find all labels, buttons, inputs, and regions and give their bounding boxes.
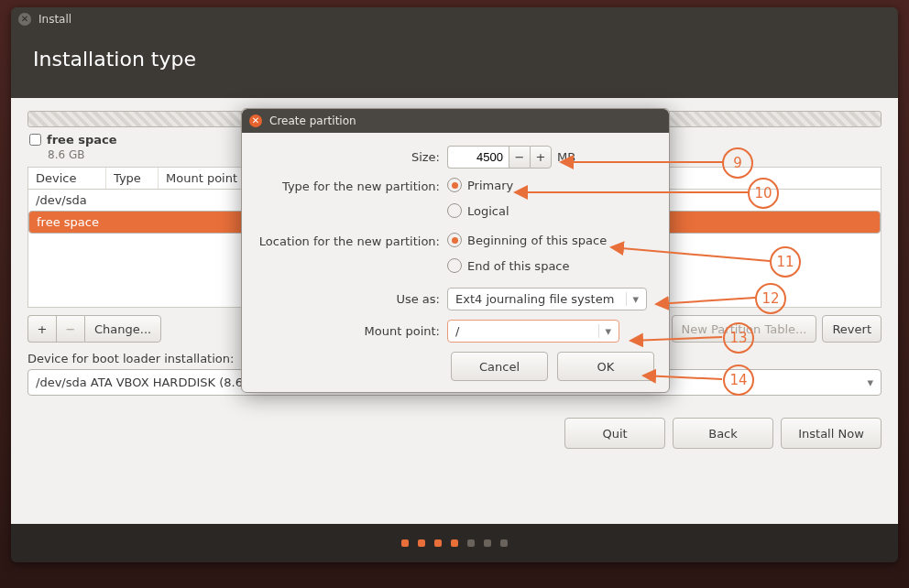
- install-now-button[interactable]: Install Now: [781, 418, 882, 449]
- size-decrement-button[interactable]: −: [509, 146, 530, 169]
- outer-titlebar: ✕ Install: [11, 7, 898, 31]
- partition-type-label: Type for the new partition:: [257, 178, 447, 193]
- free-space-checkbox[interactable]: [29, 134, 41, 146]
- remove-partition-button[interactable]: −: [56, 315, 84, 343]
- size-unit: MB: [557, 150, 575, 164]
- change-partition-button[interactable]: Change...: [84, 315, 161, 343]
- slide-dot[interactable]: [500, 539, 508, 547]
- page-title: Installation type: [33, 48, 196, 71]
- radio-location-begin[interactable]: Beginning of this space: [447, 233, 607, 247]
- close-icon[interactable]: ✕: [249, 114, 262, 127]
- slide-indicator: [11, 524, 898, 562]
- slide-dot[interactable]: [418, 539, 425, 547]
- cancel-button[interactable]: Cancel: [451, 352, 548, 381]
- close-icon[interactable]: ✕: [18, 13, 31, 26]
- chevron-down-icon: ▾: [867, 376, 873, 389]
- size-increment-button[interactable]: +: [530, 146, 552, 169]
- free-space-size: 8.6 GB: [48, 148, 84, 161]
- dialog-title: Create partition: [269, 114, 356, 127]
- size-input[interactable]: [447, 146, 509, 169]
- mount-point-label: Mount point:: [257, 324, 447, 338]
- radio-primary-label: Primary: [467, 179, 513, 192]
- radio-primary[interactable]: Primary: [447, 178, 513, 192]
- radio-icon: [447, 233, 462, 247]
- radio-end-label: End of this space: [467, 259, 570, 273]
- add-partition-button[interactable]: +: [27, 315, 56, 343]
- chevron-down-icon: ▾: [598, 324, 611, 338]
- slide-dot[interactable]: [467, 539, 475, 547]
- free-space-label: free space: [47, 133, 117, 147]
- size-label: Size:: [257, 150, 447, 164]
- radio-icon: [447, 258, 462, 273]
- use-as-value: Ext4 journaling file system: [455, 292, 614, 306]
- radio-begin-label: Beginning of this space: [467, 234, 607, 247]
- slide-dot[interactable]: [484, 539, 491, 547]
- new-partition-table-button[interactable]: New Partition Table...: [672, 315, 817, 343]
- radio-icon: [447, 203, 462, 218]
- slide-dot[interactable]: [401, 539, 409, 547]
- revert-button[interactable]: Revert: [822, 315, 882, 343]
- back-button[interactable]: Back: [673, 418, 773, 449]
- mount-point-value: /: [455, 324, 459, 338]
- dialog-titlebar: ✕ Create partition: [242, 109, 669, 133]
- size-spinbox: − +: [447, 146, 552, 169]
- page-header: Installation type: [11, 31, 898, 98]
- partition-location-label: Location for the new partition:: [257, 233, 447, 248]
- use-as-label: Use as:: [257, 292, 447, 306]
- radio-logical[interactable]: Logical: [447, 203, 509, 218]
- bootloader-value: /dev/sda ATA VBOX HARDDISK (8.6 GB): [36, 376, 268, 389]
- col-type[interactable]: Type: [106, 168, 159, 189]
- window-title: Install: [38, 13, 71, 26]
- slide-dot[interactable]: [434, 539, 442, 547]
- radio-location-end[interactable]: End of this space: [447, 258, 570, 273]
- col-device[interactable]: Device: [28, 168, 106, 189]
- radio-logical-label: Logical: [467, 204, 509, 218]
- chevron-down-icon: ▾: [626, 292, 639, 306]
- create-partition-dialog: ✕ Create partition Size: − + MB Type for…: [241, 108, 670, 393]
- mount-point-select[interactable]: / ▾: [447, 320, 619, 343]
- ok-button[interactable]: OK: [557, 352, 654, 381]
- quit-button[interactable]: Quit: [564, 418, 665, 449]
- slide-dot[interactable]: [451, 539, 458, 547]
- wizard-footer: Quit Back Install Now: [27, 418, 882, 449]
- radio-icon: [447, 178, 462, 192]
- use-as-select[interactable]: Ext4 journaling file system ▾: [447, 288, 647, 310]
